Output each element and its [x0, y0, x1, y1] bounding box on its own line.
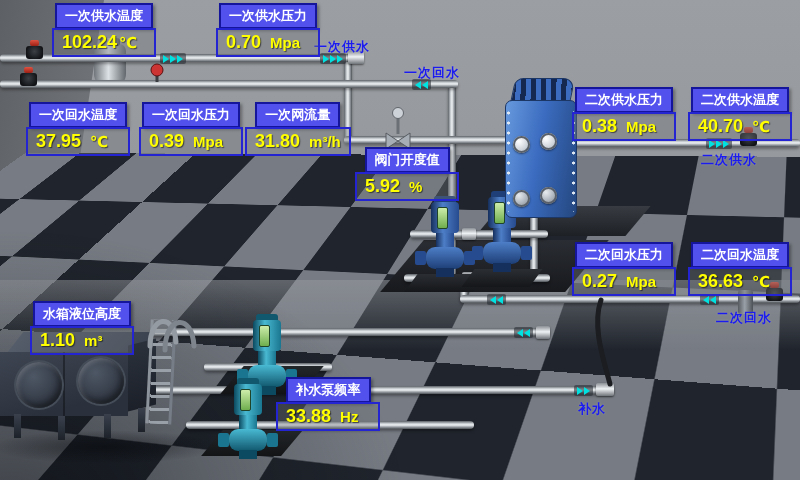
sensor-title: 二次回水压力	[575, 242, 673, 268]
shutoff-valve-icon	[20, 73, 37, 86]
sensor-title: 一次供水温度	[55, 3, 153, 29]
hx-bolts	[506, 108, 511, 212]
sensor-secondary-return-temp: 二次回水温度 36.63℃	[688, 242, 792, 296]
flow-arrows-left-icon	[487, 294, 506, 305]
pipe-coupling	[536, 326, 550, 339]
sensor-value: 102.24℃	[52, 28, 156, 57]
sensor-secondary-supply-pressure: 二次供水压力 0.38Mpa	[572, 87, 676, 141]
pipe-label-makeup: 补水	[578, 400, 606, 418]
hx-port	[513, 190, 530, 207]
sensor-title: 一次网流量	[255, 102, 340, 128]
flow-arrows-left-icon	[514, 327, 533, 338]
sensor-tank-level: 水箱液位高度 1.10m³	[30, 301, 134, 355]
sensor-title: 二次供水压力	[575, 87, 673, 113]
sensor-primary-return-temp: 一次回水温度 37.95℃	[26, 102, 130, 156]
scada-hmi-screen: 一次供水 一次回水 二次供水 二次回水 补水 一次供水温度 102.24℃ 一次…	[0, 0, 800, 480]
sensor-value: 40.70℃	[688, 112, 792, 141]
sensor-title: 水箱液位高度	[33, 301, 131, 327]
sensor-value: 1.10m³	[30, 326, 134, 355]
circulation-pump-1	[422, 196, 468, 292]
tank-leg	[138, 408, 145, 432]
sensor-valve-opening: 阀门开度值 5.92%	[355, 147, 459, 201]
flow-arrows-right-icon	[160, 53, 186, 64]
hx-port	[540, 133, 557, 150]
sensor-secondary-supply-temp: 二次供水温度 40.70℃	[688, 87, 792, 141]
tank-manhole	[78, 358, 124, 404]
sensor-value: 0.39Mpa	[139, 127, 243, 156]
sensor-title: 二次回水温度	[691, 242, 789, 268]
sensor-title: 一次供水压力	[219, 3, 317, 29]
sensor-title: 一次回水温度	[29, 102, 127, 128]
sensor-value: 36.63℃	[688, 267, 792, 296]
sensor-value: 5.92%	[355, 172, 459, 201]
tank-leg	[104, 414, 111, 438]
sensor-primary-flow: 一次网流量 31.80m³/h	[245, 102, 351, 156]
tank-manhole	[16, 362, 62, 408]
sensor-title: 二次供水温度	[691, 87, 789, 113]
pipe-tank-line	[150, 328, 550, 336]
sensor-primary-supply-temp: 一次供水温度 102.24℃	[52, 3, 156, 57]
sensor-title: 阀门开度值	[365, 147, 450, 173]
makeup-pump-2	[225, 378, 271, 474]
tank-leg	[58, 416, 65, 440]
pipe-label-secondary-return: 二次回水	[716, 309, 772, 327]
sensor-value: 0.27Mpa	[572, 267, 676, 296]
sensor-title: 一次回水压力	[142, 102, 240, 128]
sensor-value: 33.88Hz	[276, 402, 380, 431]
pipe-label-secondary-supply: 二次供水	[701, 151, 757, 169]
shutoff-valve-icon	[26, 46, 43, 59]
pipe-label-primary-supply: 一次供水	[314, 38, 370, 56]
plate-heat-exchanger	[502, 78, 580, 218]
sensor-makeup-pump-freq: 补水泵频率 33.88Hz	[276, 377, 380, 431]
pipe-primary-return	[0, 80, 458, 88]
sensor-title: 补水泵频率	[286, 377, 371, 403]
hx-port	[513, 136, 530, 153]
sensor-value: 31.80m³/h	[245, 127, 351, 156]
sensor-value: 37.95℃	[26, 127, 130, 156]
tank-leg	[14, 414, 21, 438]
pipe-primary-supply-to-hx	[344, 136, 508, 144]
pipe-coupling	[596, 383, 614, 396]
hx-port	[540, 187, 557, 204]
sensor-value: 0.70Mpa	[216, 28, 320, 57]
tank-ladder	[145, 319, 176, 424]
flow-arrows-right-icon	[574, 385, 593, 396]
sensor-value: 0.38Mpa	[572, 112, 676, 141]
sensor-secondary-return-pressure: 二次回水压力 0.27Mpa	[572, 242, 676, 296]
pipe-label-primary-return: 一次回水	[404, 64, 460, 82]
sensor-primary-supply-pressure: 一次供水压力 0.70Mpa	[216, 3, 320, 57]
sensor-primary-return-pressure: 一次回水压力 0.39Mpa	[139, 102, 243, 156]
